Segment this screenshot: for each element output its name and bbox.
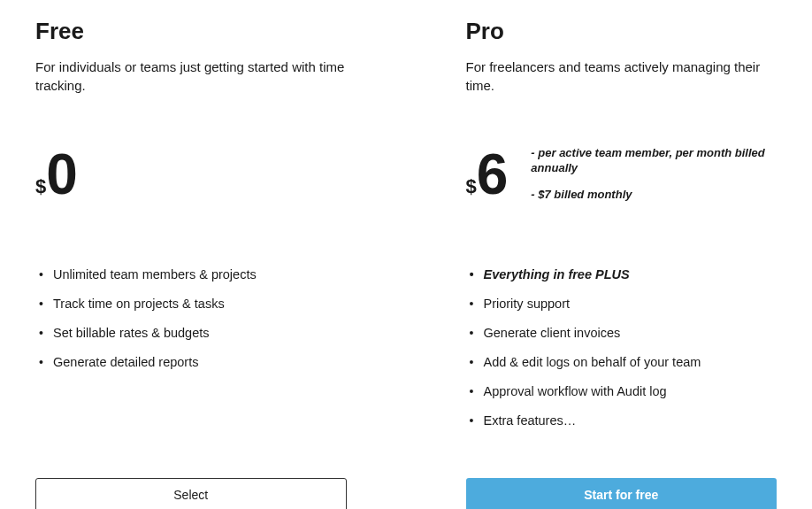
feature-item: Everything in free PLUS xyxy=(466,267,778,281)
feature-item: Approval workflow with Audit log xyxy=(466,384,778,398)
feature-item: Generate client invoices xyxy=(466,326,778,340)
plan-pro-title: Pro xyxy=(466,18,778,45)
price-note: - per active team member, per month bill… xyxy=(531,146,777,176)
plan-free: Free For individuals or teams just getti… xyxy=(35,18,347,509)
price-amount: 0 xyxy=(46,146,76,203)
plan-pro-description: For freelancers and teams actively manag… xyxy=(466,58,778,95)
select-button[interactable]: Select xyxy=(35,478,347,509)
feature-item: Set billable rates & budgets xyxy=(35,326,347,340)
feature-item: Generate detailed reports xyxy=(35,355,347,369)
currency-symbol: $ xyxy=(466,175,477,198)
price-amount: 6 xyxy=(477,146,507,203)
feature-item: Track time on projects & tasks xyxy=(35,297,347,311)
feature-item: Add & edit logs on behalf of your team xyxy=(466,355,778,369)
start-for-free-button[interactable]: Start for free xyxy=(466,478,778,509)
feature-item: Priority support xyxy=(466,297,778,311)
plan-pro: Pro For freelancers and teams actively m… xyxy=(466,18,778,509)
plan-free-price: $ 0 xyxy=(35,143,347,205)
currency-symbol: $ xyxy=(35,175,46,198)
plan-free-description: For individuals or teams just getting st… xyxy=(35,58,347,95)
feature-item: Extra features… xyxy=(466,413,778,428)
plan-free-features: Unlimited team members & projects Track … xyxy=(35,267,347,443)
plan-free-title: Free xyxy=(35,18,347,45)
plan-pro-features: Everything in free PLUS Priority support… xyxy=(466,267,778,443)
price-notes: - per active team member, per month bill… xyxy=(531,146,777,204)
plan-pro-price: $ 6 - per active team member, per month … xyxy=(466,143,778,205)
price-note: - $7 billed monthly xyxy=(531,188,777,203)
feature-item: Unlimited team members & projects xyxy=(35,267,347,281)
pricing-plans: Free For individuals or teams just getti… xyxy=(35,18,777,509)
